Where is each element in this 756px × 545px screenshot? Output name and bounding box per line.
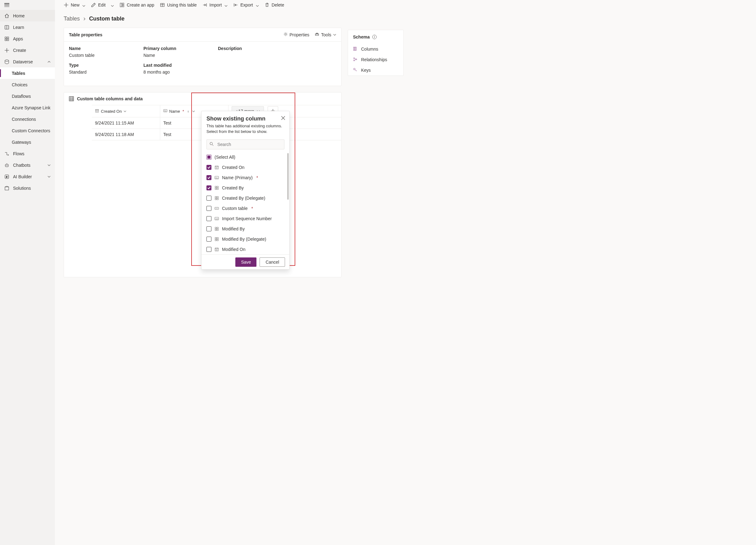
prop-label-name: Name: [69, 46, 125, 51]
column-option-label: Created By: [222, 185, 244, 190]
select-all-row[interactable]: (Select All): [206, 152, 287, 162]
select-all-label: (Select All): [215, 155, 235, 160]
pencil-icon: [91, 2, 96, 7]
cmd-label: New: [71, 2, 79, 7]
nav-label: Azure Synapse Link: [12, 105, 51, 110]
required-indicator: *: [183, 109, 184, 114]
breadcrumb-tables[interactable]: Tables: [64, 16, 80, 22]
search-input[interactable]: [206, 139, 284, 149]
nav-tables[interactable]: Tables: [0, 67, 55, 79]
nav-learn[interactable]: Learn: [0, 21, 55, 33]
column-option-row[interactable]: Modified On: [206, 244, 287, 254]
cell-created-on: 9/24/2021 11:18 AM: [92, 129, 160, 140]
nav-label: Create: [13, 48, 26, 53]
cmd-import[interactable]: Import: [202, 0, 228, 10]
cmd-label: Using this table: [167, 2, 197, 7]
plus-icon: [64, 2, 69, 7]
nav-create[interactable]: Create: [0, 44, 55, 56]
save-button[interactable]: Save: [235, 257, 256, 267]
nav-custom-connectors[interactable]: Custom Connectors: [0, 125, 55, 136]
link-label: Tools: [321, 32, 331, 37]
close-button[interactable]: [281, 116, 286, 120]
chevron-down-icon: [124, 109, 126, 114]
nav-choices[interactable]: Choices: [0, 79, 55, 90]
column-option-row[interactable]: Created On: [206, 162, 287, 172]
prop-value-type: Standard: [69, 70, 125, 75]
show-existing-column-popup: Show existing column This table has addi…: [201, 111, 290, 270]
cmd-new[interactable]: New: [64, 0, 85, 10]
checkbox[interactable]: [206, 196, 211, 201]
column-header-created-on[interactable]: Created On: [92, 105, 160, 117]
column-option-row[interactable]: Modified By: [206, 224, 287, 234]
cmd-label: Create an app: [127, 2, 154, 7]
nav-chatbots[interactable]: Chatbots: [0, 159, 55, 171]
nav-flows[interactable]: Flows: [0, 148, 55, 159]
nav-label: Gateways: [12, 140, 31, 145]
prop-value-name: Custom table: [69, 53, 125, 58]
checkbox[interactable]: [206, 216, 211, 221]
column-option-label: Name (Primary): [222, 175, 253, 180]
info-icon[interactable]: i: [372, 35, 377, 39]
nav-azure-synapse[interactable]: Azure Synapse Link: [0, 102, 55, 113]
schema-columns[interactable]: Columns: [348, 44, 403, 54]
properties-link[interactable]: Properties: [283, 32, 310, 37]
column-option-label: Modified By: [222, 226, 245, 231]
nav-home[interactable]: Home: [0, 10, 55, 21]
column-type-icon: [215, 227, 219, 231]
nav-connections[interactable]: Connections: [0, 113, 55, 125]
cmd-using-table[interactable]: Using this table: [160, 0, 197, 10]
nav-ai-builder[interactable]: AI Builder: [0, 171, 55, 182]
calendar-icon: [95, 109, 99, 114]
column-option-row[interactable]: Import Sequence Number: [206, 213, 287, 224]
nav-solutions[interactable]: Solutions: [0, 182, 55, 194]
column-option-label: Modified By (Delegate): [222, 237, 266, 242]
schema-keys[interactable]: Keys: [348, 65, 403, 75]
relationships-icon: [353, 57, 357, 62]
nav-gateways[interactable]: Gateways: [0, 136, 55, 148]
nav-label: AI Builder: [13, 174, 32, 179]
chevron-down-icon: [333, 32, 336, 37]
chatbot-icon: [4, 163, 9, 168]
schema-relationships[interactable]: Relationships: [348, 54, 403, 65]
cmd-edit[interactable]: Edit: [91, 0, 114, 10]
checkbox[interactable]: [206, 185, 211, 190]
hamburger-menu[interactable]: [0, 0, 55, 10]
checkbox[interactable]: [206, 165, 211, 170]
column-option-row[interactable]: Name (Primary) *: [206, 172, 287, 183]
column-type-icon: [215, 237, 219, 241]
checkbox[interactable]: [206, 247, 211, 252]
breadcrumb-current: Custom table: [89, 16, 124, 22]
nav-dataflows[interactable]: Dataflows: [0, 90, 55, 102]
checkbox[interactable]: [206, 175, 211, 180]
column-label: Name: [169, 109, 180, 114]
cmd-export[interactable]: Export: [233, 0, 259, 10]
ai-builder-icon: [4, 174, 9, 179]
checkbox-mixed[interactable]: [206, 155, 211, 160]
nav-label: Custom Connectors: [12, 128, 50, 133]
cmd-delete[interactable]: Delete: [265, 0, 284, 10]
column-type-icon: [215, 206, 219, 211]
column-option-row[interactable]: Created By: [206, 183, 287, 193]
columns-icon: [353, 47, 357, 52]
scrollbar[interactable]: [287, 153, 289, 200]
tools-link[interactable]: Tools: [315, 32, 336, 37]
gear-icon: [283, 32, 288, 37]
column-option-row[interactable]: Modified By (Delegate): [206, 234, 287, 244]
column-option-label: Custom table: [222, 206, 247, 211]
column-type-icon: [215, 165, 219, 170]
nav-label: Choices: [12, 82, 28, 87]
popup-title: Show existing column: [206, 116, 284, 122]
nav-dataverse[interactable]: Dataverse: [0, 56, 55, 67]
cmd-create-app[interactable]: Create an app: [120, 0, 154, 10]
prop-label-type: Type: [69, 63, 125, 68]
nav-apps[interactable]: Apps: [0, 33, 55, 44]
prop-label-modified: Last modified: [143, 63, 199, 68]
schema-label: Relationships: [361, 57, 387, 62]
cancel-button[interactable]: Cancel: [260, 257, 285, 267]
schema-label: Columns: [361, 47, 378, 52]
column-option-row[interactable]: Created By (Delegate): [206, 193, 287, 203]
checkbox[interactable]: [206, 237, 211, 242]
column-option-row[interactable]: Custom table *: [206, 203, 287, 213]
checkbox[interactable]: [206, 226, 211, 231]
checkbox[interactable]: [206, 206, 211, 211]
